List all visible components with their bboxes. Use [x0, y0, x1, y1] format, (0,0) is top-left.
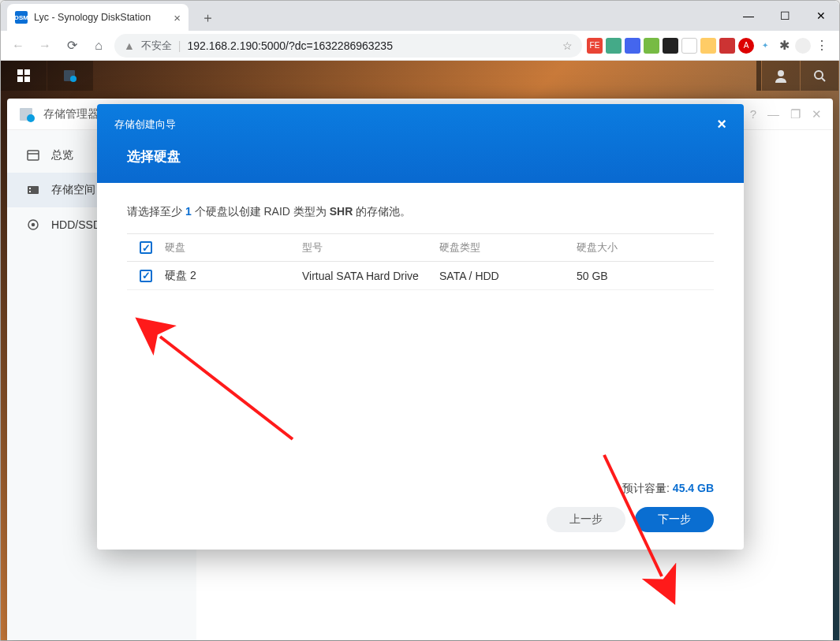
- new-tab-button[interactable]: ＋: [196, 6, 218, 28]
- sidebar-item-label: HDD/SSD: [51, 218, 101, 231]
- svg-point-6: [778, 70, 784, 76]
- nav-back-icon[interactable]: ←: [7, 35, 29, 57]
- col-model: 型号: [302, 240, 439, 255]
- overview-icon: [26, 148, 40, 162]
- svg-rect-13: [28, 186, 39, 194]
- extension-icon[interactable]: [719, 38, 735, 54]
- nav-forward-icon[interactable]: →: [34, 35, 56, 57]
- profile-avatar-icon[interactable]: [795, 38, 811, 54]
- cell-type: SATA / HDD: [439, 270, 577, 282]
- extension-icon[interactable]: FE: [587, 38, 603, 54]
- insecure-warning-icon: ▲: [124, 39, 135, 52]
- cell-size: 50 GB: [577, 270, 714, 282]
- window-close-icon[interactable]: ✕: [812, 107, 822, 121]
- dsm-storage-manager-icon[interactable]: [47, 61, 93, 91]
- disk-table: 硬盘 型号 硬盘类型 硬盘大小 硬盘 2 Virtual SATA Hard D…: [127, 233, 714, 290]
- cell-model: Virtual SATA Hard Drive: [302, 270, 439, 282]
- extension-icon[interactable]: [644, 38, 659, 54]
- extension-icon[interactable]: [700, 38, 716, 54]
- nav-home-icon[interactable]: ⌂: [88, 35, 110, 57]
- browser-tabstrip: DSM Lyc - Synology DiskStation × ＋ — ☐ ✕: [1, 1, 839, 31]
- adblock-icon[interactable]: A: [738, 38, 754, 54]
- wizard-close-icon[interactable]: ×: [717, 115, 726, 133]
- address-bar[interactable]: ▲ 不安全 | 192.168.2.190:5000/?dc=163228696…: [114, 34, 582, 58]
- extension-icon[interactable]: [625, 38, 640, 54]
- wizard-header: 存储创建向导 × 选择硬盘: [97, 104, 744, 183]
- svg-rect-11: [28, 151, 39, 160]
- wizard-instruction: 请选择至少 1 个硬盘以创建 RAID 类型为 SHR 的存储池。: [127, 205, 714, 219]
- svg-rect-0: [17, 69, 23, 75]
- svg-point-5: [70, 76, 77, 82]
- window-minimize-icon[interactable]: —: [730, 3, 767, 28]
- disk-icon: [26, 218, 40, 232]
- favicon: DSM: [15, 11, 28, 24]
- window-maximize-icon[interactable]: ❐: [790, 107, 801, 121]
- next-button[interactable]: 下一步: [635, 507, 714, 532]
- extension-icon[interactable]: ✦: [757, 38, 773, 54]
- dsm-user-icon[interactable]: [762, 61, 800, 91]
- insecure-label: 不安全: [141, 39, 172, 53]
- dsm-desktop: 存储管理器 ? — ❐ ✕ 总览: [1, 61, 839, 640]
- extension-icon[interactable]: [663, 38, 678, 54]
- wizard-title: 存储创建向导: [114, 117, 176, 132]
- dsm-taskbar: [1, 61, 839, 91]
- col-size: 硬盘大小: [577, 240, 714, 255]
- dsm-main-menu-icon[interactable]: [1, 61, 47, 91]
- svg-point-10: [27, 114, 35, 122]
- url-text: 192.168.2.190:5000/?dc=1632286963235: [188, 39, 393, 52]
- tab-title: Lyc - Synology DiskStation: [34, 12, 151, 23]
- select-all-checkbox[interactable]: [140, 241, 152, 254]
- svg-point-17: [32, 224, 35, 226]
- prev-button[interactable]: 上一步: [547, 507, 625, 532]
- col-type: 硬盘类型: [439, 240, 577, 255]
- col-disk: 硬盘: [165, 240, 302, 255]
- svg-point-7: [815, 71, 823, 79]
- extension-icons: FE A ✦ ✱ ⋮: [587, 38, 833, 54]
- extension-icon[interactable]: [606, 38, 622, 54]
- star-icon[interactable]: ☆: [562, 39, 573, 52]
- row-checkbox[interactable]: [140, 270, 152, 282]
- svg-rect-14: [29, 188, 31, 189]
- window-minimize-icon[interactable]: —: [767, 107, 779, 121]
- sidebar-item-label: 存储空间: [51, 183, 95, 197]
- storage-manager-app-icon: [18, 106, 35, 123]
- storage-creation-wizard: 存储创建向导 × 选择硬盘 请选择至少 1 个硬盘以创建 RAID 类型为 SH…: [97, 104, 744, 550]
- help-icon[interactable]: ?: [750, 107, 756, 121]
- window-title: 存储管理器: [43, 107, 99, 121]
- table-header: 硬盘 型号 硬盘类型 硬盘大小: [127, 233, 714, 262]
- storage-icon: [26, 183, 40, 197]
- svg-rect-1: [24, 69, 30, 75]
- cell-disk: 硬盘 2: [165, 269, 302, 283]
- extension-icon[interactable]: [681, 38, 697, 54]
- nav-reload-icon[interactable]: ⟳: [61, 35, 83, 57]
- svg-rect-3: [24, 76, 30, 82]
- estimated-capacity: 预计容量: 45.4 GB: [127, 482, 714, 496]
- chrome-menu-icon[interactable]: ⋮: [814, 38, 830, 54]
- sidebar-item-label: 总览: [51, 148, 73, 162]
- table-row[interactable]: 硬盘 2 Virtual SATA Hard Drive SATA / HDD …: [127, 262, 714, 290]
- wizard-step-title: 选择硬盘: [114, 147, 726, 166]
- svg-line-8: [822, 78, 825, 81]
- svg-rect-15: [29, 191, 31, 192]
- browser-tab[interactable]: DSM Lyc - Synology DiskStation ×: [7, 4, 189, 31]
- browser-toolbar: ← → ⟳ ⌂ ▲ 不安全 | 192.168.2.190:5000/?dc=1…: [1, 31, 839, 61]
- dsm-separator: [756, 61, 761, 91]
- svg-rect-2: [17, 76, 23, 82]
- window-close-icon[interactable]: ✕: [803, 3, 839, 28]
- dsm-search-icon[interactable]: [801, 61, 838, 91]
- extensions-puzzle-icon[interactable]: ✱: [776, 38, 792, 54]
- window-maximize-icon[interactable]: ☐: [767, 3, 803, 28]
- tab-close-icon[interactable]: ×: [174, 11, 181, 24]
